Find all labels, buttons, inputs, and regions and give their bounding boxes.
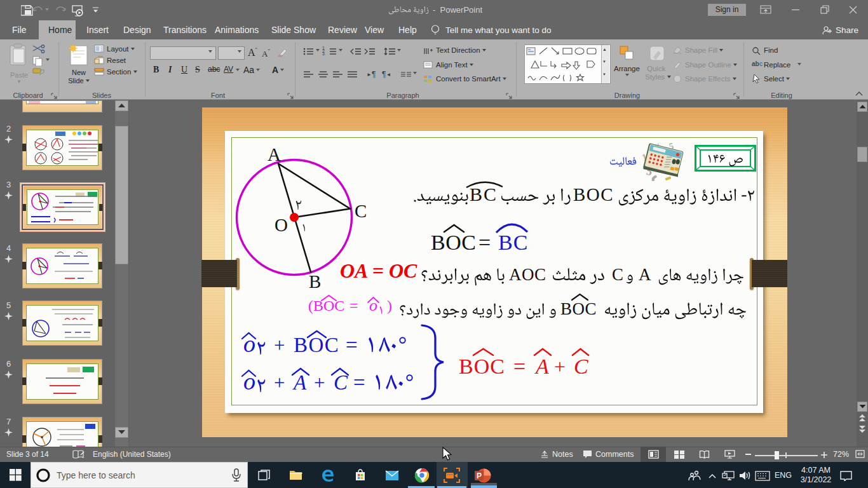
svg-text:C: C [612, 265, 623, 284]
svg-text:O: O [275, 215, 288, 235]
svg-text:BC: BC [470, 184, 498, 205]
svg-text:BOC: BOC [294, 334, 339, 356]
svg-text:C: C [334, 371, 348, 394]
svg-text:=: = [478, 231, 491, 254]
svg-text:C: C [574, 355, 588, 378]
svg-text:(BOC: (BOC [308, 297, 344, 314]
svg-text:BOC: BOC [459, 355, 505, 378]
svg-text:+: + [274, 334, 285, 356]
svg-text:P: P [477, 471, 482, 480]
svg-text:+: + [314, 372, 325, 394]
svg-text:=: = [513, 355, 526, 378]
svg-text:A: A [534, 355, 549, 378]
svg-text:OA = OC: OA = OC [340, 259, 417, 282]
svg-text:o: o [369, 296, 377, 315]
svg-text:BC: BC [498, 231, 528, 254]
svg-text:BOC: BOC [431, 231, 476, 254]
svg-text:A: A [639, 265, 651, 284]
svg-text:=: = [353, 371, 365, 394]
svg-text:=: = [346, 334, 358, 356]
svg-text:BOC: BOC [573, 184, 614, 205]
svg-text:B: B [309, 271, 321, 292]
svg-text:AOC: AOC [509, 265, 546, 284]
svg-text:): ) [387, 297, 392, 314]
svg-text:+: + [554, 355, 566, 378]
svg-text:+: + [274, 372, 285, 394]
svg-text:BOC: BOC [560, 299, 597, 318]
svg-text:C: C [355, 201, 367, 221]
svg-text:A: A [268, 144, 281, 165]
svg-text:A: A [292, 371, 307, 394]
svg-text:=: = [349, 297, 358, 314]
